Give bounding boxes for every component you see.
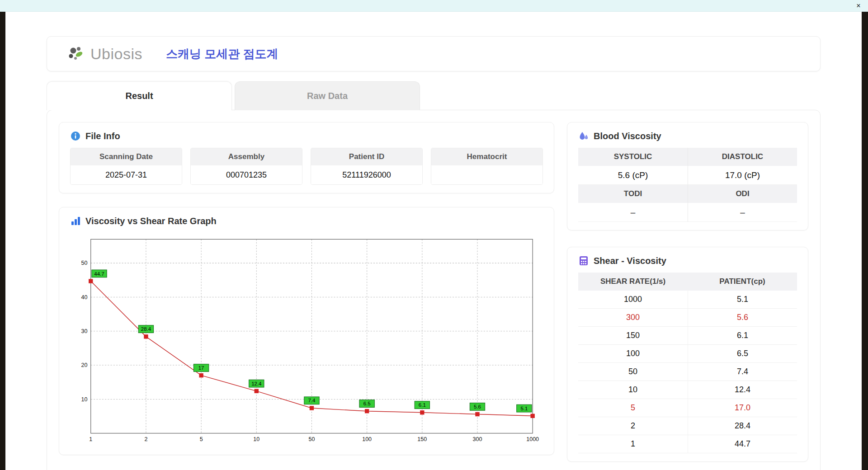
cell-patient: 5.6 [688,309,797,326]
page-title: 스캐닝 모세관 점도계 [166,46,278,62]
cell-patient: 5.1 [688,291,797,308]
file-info-fields: Scanning Date 2025-07-31 Assembly 000701… [70,148,543,185]
shear-row: 10 12.4 [578,381,797,399]
svg-text:1: 1 [89,436,92,442]
app-window: Ubiosis 스캐닝 모세관 점도계 Result Raw Data [5,12,862,470]
tab-bar: Result Raw Data [47,81,821,110]
svg-text:30: 30 [81,328,88,334]
result-panel: File Info Scanning Date 2025-07-31 Assem… [47,110,821,470]
cell-rate: 300 [578,309,688,326]
shear-table-body: 1000 5.1 300 5.6 150 6.1 100 [578,291,797,453]
field-label: Hematocrit [431,148,542,165]
viscosity-chart-svg: 10203040501251050100150300100044.728.417… [71,235,542,446]
cell-patient: 12.4 [688,381,797,399]
bv-header-diastolic: DIASTOLIC [688,148,797,166]
svg-text:50: 50 [81,260,88,266]
bv-value-diastolic: 17.0 (cP) [688,166,797,185]
field-label: Scanning Date [71,148,182,165]
svg-text:10: 10 [81,396,88,403]
svg-text:150: 150 [417,436,427,442]
bar-chart-icon [70,216,81,226]
header: Ubiosis 스캐닝 모세관 점도계 [47,36,821,71]
field-label: Assembly [191,148,302,165]
tab-result[interactable]: Result [47,81,232,110]
shear-row: 300 5.6 [578,309,797,327]
svg-text:6.5: 6.5 [363,401,371,406]
shear-col-rate: SHEAR RATE(1/s) [578,273,688,291]
field-patient-id: Patient ID 52111926000 [311,148,423,185]
shear-row: 2 28.4 [578,417,797,435]
svg-text:6.1: 6.1 [419,402,426,408]
viscosity-graph-card: Viscosity vs Shear Rate Graph 1020304050… [59,207,554,455]
bv-header-systolic: SYSTOLIC [578,148,688,166]
svg-text:10: 10 [253,436,259,442]
shear-col-patient: PATIENT(cp) [688,273,797,291]
shear-table-header: SHEAR RATE(1/s) PATIENT(cp) [578,273,797,291]
cell-patient: 7.4 [688,363,797,381]
bv-value-systolic: 5.6 (cP) [578,166,688,185]
cell-patient: 6.5 [688,345,797,362]
tab-raw-data[interactable]: Raw Data [235,81,420,110]
cell-rate: 100 [578,345,688,362]
svg-text:5.6: 5.6 [474,404,481,409]
shear-row: 1000 5.1 [578,291,797,309]
svg-text:20: 20 [81,362,88,368]
file-info-card: File Info Scanning Date 2025-07-31 Assem… [59,122,554,193]
viscosity-chart: 10203040501251050100150300100044.728.417… [70,233,543,446]
cell-rate: 150 [578,327,688,344]
bv-value-todi: – [578,203,688,222]
field-assembly: Assembly 000701235 [190,148,302,185]
cell-patient: 6.1 [688,327,797,344]
shear-row: 50 7.4 [578,363,797,381]
field-value [431,165,542,184]
graph-title: Viscosity vs Shear Rate Graph [85,216,217,226]
cell-rate: 50 [578,363,688,381]
svg-text:7.4: 7.4 [308,398,316,403]
svg-text:300: 300 [473,436,482,442]
shear-row: 5 17.0 [578,399,797,417]
cell-rate: 5 [578,399,688,417]
os-titlebar: × [0,0,868,12]
shear-viscosity-card: Shear - Viscosity SHEAR RATE(1/s) PATIEN… [567,247,808,462]
bv-header-todi: TODI [578,185,688,203]
svg-text:17: 17 [198,365,204,371]
cell-patient: 28.4 [688,417,797,435]
svg-text:5.1: 5.1 [520,406,528,411]
cell-rate: 1000 [578,291,688,308]
shear-viscosity-title: Shear - Viscosity [594,256,666,266]
svg-text:1000: 1000 [526,436,539,442]
field-value: 000701235 [191,165,302,184]
svg-text:100: 100 [362,436,372,442]
shear-row: 1 44.7 [578,435,797,453]
info-icon [70,131,81,141]
calculator-icon [578,255,589,266]
close-icon[interactable]: × [854,1,863,11]
brand-name: Ubiosis [90,45,142,63]
cell-rate: 2 [578,417,688,435]
shear-row: 150 6.1 [578,327,797,345]
field-value: 2025-07-31 [71,165,182,184]
svg-text:12.4: 12.4 [251,381,262,386]
blood-viscosity-title: Blood Viscosity [594,131,661,141]
svg-text:2: 2 [144,436,147,442]
svg-text:40: 40 [81,294,88,301]
cell-rate: 1 [578,435,688,453]
bv-header-odi: ODI [688,185,797,203]
field-scanning-date: Scanning Date 2025-07-31 [70,148,182,185]
bv-value-odi: – [688,203,797,222]
file-info-title: File Info [85,131,120,141]
svg-text:44.7: 44.7 [94,271,104,277]
blood-viscosity-card: Blood Viscosity SYSTOLIC DIASTOLIC 5.6 (… [567,122,808,230]
svg-text:50: 50 [309,436,315,442]
brand-logo: Ubiosis [67,45,142,63]
cell-rate: 10 [578,381,688,399]
blood-viscosity-table: SYSTOLIC DIASTOLIC 5.6 (cP) 17.0 (cP) TO… [578,148,797,222]
field-label: Patient ID [311,148,422,165]
svg-text:28.4: 28.4 [141,326,151,332]
droplet-icon [578,131,589,141]
cell-patient: 17.0 [688,399,797,417]
field-hematocrit: Hematocrit [431,148,543,185]
cell-patient: 44.7 [688,435,797,453]
svg-text:5: 5 [200,436,203,442]
field-value: 52111926000 [311,165,422,184]
